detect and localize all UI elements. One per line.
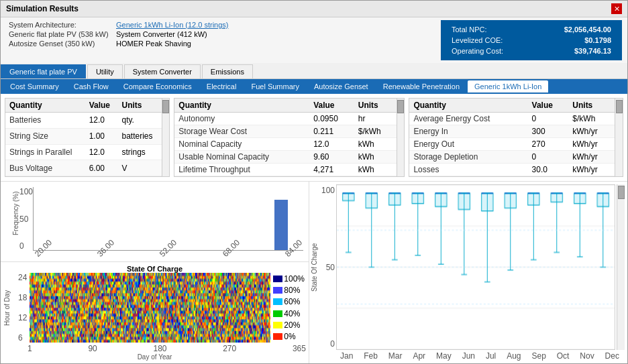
tab-autosize-genset[interactable]: Autosize Genset <box>307 80 375 93</box>
legend-color-80 <box>273 287 282 294</box>
month-aug: Aug <box>507 351 521 361</box>
table2-scrollbar[interactable] <box>397 99 405 176</box>
tab-generic-1kwh-liion[interactable]: Generic 1kWh Li-Ion <box>468 80 548 93</box>
soc-xlabel: Day of Year <box>3 353 306 361</box>
soc-heatmap <box>30 273 270 343</box>
system-info-panel: System Architecture: Generic 1kWh Li-Ion… <box>1 17 627 63</box>
soc-yticks: 24 18 12 6 <box>17 273 28 343</box>
coe-value: $0.1798 <box>535 35 614 46</box>
month-jul: Jul <box>486 351 496 361</box>
month-mar: Mar <box>388 351 403 361</box>
legend-100: 100% <box>273 274 305 284</box>
table-row: Usable Nominal Capacity9.60kWh <box>174 151 396 164</box>
legend-color-40 <box>273 310 282 317</box>
table-row: String Size1.00batteries <box>5 128 162 144</box>
table-row: Energy Out270kWh/yr <box>409 138 615 151</box>
table1: Quantity Value Units Batteries12.0qty. S… <box>5 99 162 176</box>
arch-value: Generic 1kWh Li-Ion (12.0 strings) <box>113 20 231 29</box>
tab-utility[interactable]: Utility <box>87 64 123 78</box>
right-plot <box>336 184 615 350</box>
table-row: Lifetime Throughput4,271kWh <box>174 164 396 176</box>
cost-summary-box: Total NPC: $2,056,454.00 Levelized COE: … <box>441 20 622 60</box>
month-feb: Feb <box>364 351 378 361</box>
table-row: Average Energy Cost0$/kWh <box>409 113 615 125</box>
soc-chart-inner: Hour of Day 24 18 12 6 <box>3 273 306 343</box>
table1-col-quantity: Quantity <box>5 99 85 113</box>
table1-scrollbar[interactable] <box>162 99 169 176</box>
table-row: Energy In300kWh/yr <box>409 125 615 138</box>
month-oct: Oct <box>557 351 570 361</box>
table3-col-value: Value <box>528 99 569 113</box>
legend-color-100 <box>273 276 282 282</box>
soc-canvas <box>30 273 270 343</box>
tab-generic-flat-plate[interactable]: Generic flat plate PV <box>1 64 86 78</box>
table-row: Bus Voltage6.00V <box>5 160 162 176</box>
month-dec: Dec <box>605 351 619 361</box>
legend-0: 0% <box>273 332 305 341</box>
histogram-panel: Frequency (%) 100 50 0 <box>1 182 309 262</box>
right-scrollbar[interactable] <box>617 184 625 350</box>
legend-color-20 <box>273 322 282 328</box>
op-label: Operating Cost: <box>449 46 535 56</box>
scrollbar-thumb <box>162 100 169 113</box>
table1-container: Quantity Value Units Batteries12.0qty. S… <box>5 98 170 177</box>
coe-label: Levelized COE: <box>449 35 535 46</box>
shaving-label: HOMER Peak Shaving <box>113 39 231 48</box>
soc-legend: 100% 80% 60% 40% 20% 0% <box>272 273 306 343</box>
tab-compare-economics[interactable]: Compare Economics <box>117 80 199 93</box>
legend-80: 80% <box>273 286 305 295</box>
pv-label: Generic flat plate PV (538 kW) <box>6 29 113 39</box>
table-row: Losses30.0kWh/yr <box>409 164 615 176</box>
window-title: Simulation Results <box>6 4 78 13</box>
table2: Quantity Value Units Autonomy0.0950hr St… <box>174 99 396 176</box>
scrollbar-thumb <box>618 186 625 199</box>
tabs-row2: Cost Summary Cash Flow Compare Economics… <box>1 79 627 94</box>
main-content: Quantity Value Units Batteries12.0qty. S… <box>1 94 627 363</box>
right-chart-canvas <box>337 185 615 349</box>
table3: Quantity Value Units Average Energy Cost… <box>409 99 615 176</box>
npc-label: Total NPC: <box>449 24 535 35</box>
histogram-ylabel: Frequency (%) <box>12 208 19 235</box>
charts-row: Frequency (%) 100 50 0 <box>1 182 627 363</box>
chart-left-panel: Frequency (%) 100 50 0 <box>1 182 309 363</box>
table2-col-units: Units <box>354 99 397 113</box>
npc-value: $2,056,454.00 <box>535 24 614 35</box>
table-row: Autonomy0.0950hr <box>174 113 396 125</box>
table3-scrollbar[interactable] <box>615 99 623 176</box>
tables-row: Quantity Value Units Batteries12.0qty. S… <box>1 94 627 182</box>
table-row: Storage Wear Cost0.211$/kWh <box>174 125 396 138</box>
month-jun: Jun <box>462 351 475 361</box>
tab-electrical[interactable]: Electrical <box>200 80 244 93</box>
converter-label: System Converter (412 kW) <box>113 29 231 39</box>
table1-col-value: Value <box>85 99 118 113</box>
legend-color-60 <box>273 298 282 305</box>
table-row: Nominal Capacity12.0kWh <box>174 138 396 151</box>
month-may: May <box>436 351 452 361</box>
soc-chart-title: State Of Charge <box>3 265 306 273</box>
month-apr: Apr <box>413 351 425 361</box>
legend-color-0 <box>273 333 282 340</box>
tab-cash-flow[interactable]: Cash Flow <box>67 80 115 93</box>
tab-fuel-summary[interactable]: Fuel Summary <box>244 80 306 93</box>
tab-emissions[interactable]: Emissions <box>202 64 253 78</box>
soc-heatmap-panel: State Of Charge Hour of Day 24 18 12 6 <box>1 262 309 363</box>
right-ylabel: State Of Charge <box>311 184 320 350</box>
right-chart-inner: State Of Charge 100 50 0 <box>311 184 625 350</box>
table3-col-units: Units <box>568 99 615 113</box>
month-sep: Sep <box>531 351 545 361</box>
table-row: Batteries12.0qty. <box>5 113 162 129</box>
right-xaxis: Jan Feb Mar Apr May Jun Jul Aug Sep Oct … <box>311 350 625 361</box>
tab-renewable-penetration[interactable]: Renewable Penetration <box>376 80 466 93</box>
right-yticks: 100 50 0 <box>320 184 336 350</box>
close-button[interactable]: ✕ <box>611 3 622 14</box>
legend-60: 60% <box>273 297 305 306</box>
tab-cost-summary[interactable]: Cost Summary <box>3 80 66 93</box>
tab-system-converter[interactable]: System Converter <box>124 64 201 78</box>
scrollbar-thumb <box>616 100 623 113</box>
table2-col-quantity: Quantity <box>174 99 309 113</box>
title-bar: Simulation Results ✕ <box>1 1 627 17</box>
histogram-yticks: 100 50 0 <box>19 187 33 251</box>
hist-bar-tall <box>274 200 288 250</box>
soc-ylabel: Hour of Day <box>3 273 15 343</box>
genset-label: Autosize Genset (350 kW) <box>6 39 113 48</box>
